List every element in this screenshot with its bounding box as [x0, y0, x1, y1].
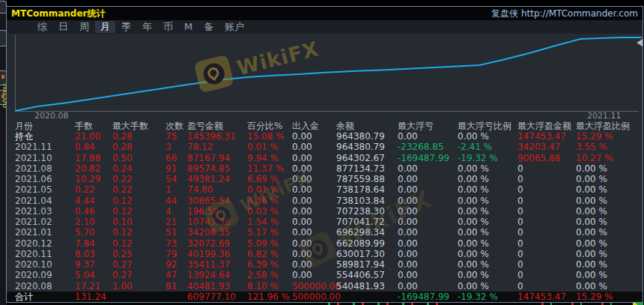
column-header[interactable]: 最大浮亏: [398, 121, 458, 131]
table-cell: 54: [165, 174, 187, 184]
column-header[interactable]: 手数: [75, 121, 112, 131]
table-cell: 9.94 %: [247, 153, 292, 163]
table-cell: 0.00: [398, 227, 458, 238]
menu-item-备[interactable]: 备: [198, 21, 219, 33]
menu-item-年[interactable]: 年: [137, 21, 157, 33]
table-cell: 0.01 %: [247, 142, 292, 152]
table-cell: 6.82 %: [247, 249, 292, 259]
column-header[interactable]: 出入金: [292, 121, 336, 131]
table-row[interactable]: 2021.110.840.28378.120.01 %0.00964380.79…: [7, 142, 643, 152]
table-row[interactable]: 2021.1017.880.506687167.949.94 %0.009643…: [7, 153, 643, 163]
column-header[interactable]: 次数: [165, 121, 187, 131]
table-cell: 0.00 %: [458, 238, 517, 249]
table-cell: 91: [165, 163, 187, 174]
table-total-row[interactable]: 合计131.24609777.10121.96 %500000.00-16948…: [7, 292, 643, 302]
table-cell: 0: [517, 270, 576, 280]
table-cell: -2.41 %: [458, 142, 517, 152]
column-header[interactable]: 盈亏金额: [187, 121, 247, 131]
menu-item-日[interactable]: 日: [53, 21, 73, 33]
column-header[interactable]: 最大手数: [112, 121, 165, 131]
table-cell: 15.29 %: [576, 292, 643, 302]
table-cell: 0.00: [292, 174, 336, 184]
table-cell: 13924.64: [187, 270, 247, 280]
x-axis-start-label: 2020.08: [34, 111, 69, 121]
menu-item-综[interactable]: 综: [32, 21, 52, 33]
table-cell: 0.00 %: [458, 270, 517, 280]
brand-url: 复盘侠 http://MTCommander.com: [491, 7, 638, 20]
column-header[interactable]: 最大浮亏比例: [458, 121, 517, 131]
table-cell: 73: [165, 238, 187, 249]
table-cell: 0.00: [398, 131, 458, 142]
table-cell: 2020.10: [15, 259, 75, 270]
table-row[interactable]: 2020.118.030.257940199.366.82 %0.0063001…: [7, 249, 643, 259]
table-row[interactable]: 2020.095.040.274713924.642.58 %0.0055440…: [7, 270, 643, 280]
table-cell: 707238.30: [336, 206, 398, 217]
column-header[interactable]: 最大浮盈金额: [517, 121, 576, 131]
table-cell: 4: [165, 206, 187, 217]
menu-item-月[interactable]: 月: [95, 21, 115, 33]
table-cell: 196.58: [187, 206, 247, 217]
column-header[interactable]: 百分比%: [247, 121, 292, 131]
table-cell: 147453.47: [517, 292, 576, 302]
table-cell: 500000.00: [292, 281, 336, 292]
table-row[interactable]: 2020.0817.211.008140481.938.10 %500000.0…: [7, 281, 643, 292]
table-row[interactable]: 2021.030.460.124196.580.03 %0.00707238.3…: [7, 206, 643, 217]
table-cell: 662089.99: [336, 238, 398, 249]
stats-window: MTCommander统计 复盘侠 http://MTCommander.com…: [6, 6, 643, 303]
table-row[interactable]: 2020.109.370.279235411.376.39 %0.0058981…: [7, 259, 643, 270]
table-cell: 0.00: [292, 270, 336, 280]
table-cell: 49381.24: [187, 174, 247, 184]
table-cell: 0.00: [292, 206, 336, 217]
column-header[interactable]: 余额: [336, 121, 398, 131]
table-row[interactable]: 2021.0610.290.225449381.246.69 %0.007875…: [7, 174, 643, 184]
table-cell: 4.36 %: [247, 196, 292, 206]
column-header[interactable]: 最大浮盈比例: [576, 121, 643, 131]
table-cell: 5.04: [75, 270, 112, 280]
table-cell: [165, 292, 187, 302]
table-cell: 500000.00: [292, 292, 336, 302]
table-cell: 131.24: [75, 292, 112, 302]
table-cell: 121.96 %: [247, 292, 292, 302]
table-cell: 74.80: [187, 184, 247, 195]
title-bar[interactable]: MTCommander统计 复盘侠 http://MTCommander.com: [7, 7, 643, 20]
menu-item-M[interactable]: M: [179, 21, 198, 33]
table-cell: 0.27: [112, 259, 165, 270]
table-row[interactable]: 2021.022.100.102110743.381.54 %0.0070704…: [7, 217, 643, 227]
table-cell: 87167.94: [187, 153, 247, 163]
menu-item-币[interactable]: 币: [158, 21, 178, 33]
table-cell: 0.10: [112, 217, 165, 227]
table-cell: 0.03 %: [247, 206, 292, 217]
menu-item-季[interactable]: 季: [116, 21, 136, 33]
table-cell: 2021.03: [15, 206, 75, 217]
table-cell: 877134.73: [336, 163, 398, 174]
table-cell: 0.00 %: [576, 163, 643, 174]
table-row[interactable]: 2020.127.840.127332072.695.09 %0.0066208…: [7, 238, 643, 249]
table-row[interactable]: 2021.050.220.22174.800.01 %0.00738178.64…: [7, 184, 643, 195]
table-cell: -19.32 %: [458, 153, 517, 163]
table-cell: [336, 292, 398, 302]
table-row[interactable]: 2021.044.440.124430865.544.36 %0.0073810…: [7, 196, 643, 206]
table-row[interactable]: 持仓21.000.2875145396.3115.08 %0.00964380.…: [7, 131, 643, 142]
table-cell: 5.70: [75, 227, 112, 238]
table-cell: 589817.94: [336, 259, 398, 270]
table-cell: 90065.88: [517, 153, 576, 163]
table-cell: 2021.01: [15, 227, 75, 238]
table-cell: 32072.69: [187, 238, 247, 249]
table-cell: 4.44: [75, 196, 112, 206]
menu-item-账户[interactable]: 账户: [219, 21, 249, 33]
menu-item-周[interactable]: 周: [74, 21, 94, 33]
equity-chart-area[interactable]: WikiFX 2020.08 2021.11: [7, 34, 643, 121]
table-cell: 0.00 %: [576, 217, 643, 227]
table-row[interactable]: 2021.0820.820.249189574.8511.37 %0.00877…: [7, 163, 643, 174]
table-cell: 0.00 %: [458, 131, 517, 142]
table-cell: 2021.11: [15, 142, 75, 152]
table-cell: 0: [517, 163, 576, 174]
table-cell: 0.00 %: [458, 184, 517, 195]
table-cell: 964302.67: [336, 153, 398, 163]
table-cell: 2.58 %: [247, 270, 292, 280]
scroll-marker-icon[interactable]: [637, 39, 643, 46]
table-cell: 0.00: [398, 196, 458, 206]
column-header[interactable]: 月份: [15, 121, 75, 131]
table-cell: 0.00 %: [576, 259, 643, 270]
table-row[interactable]: 2021.015.700.125134208.355.17 %0.0069629…: [7, 227, 643, 238]
